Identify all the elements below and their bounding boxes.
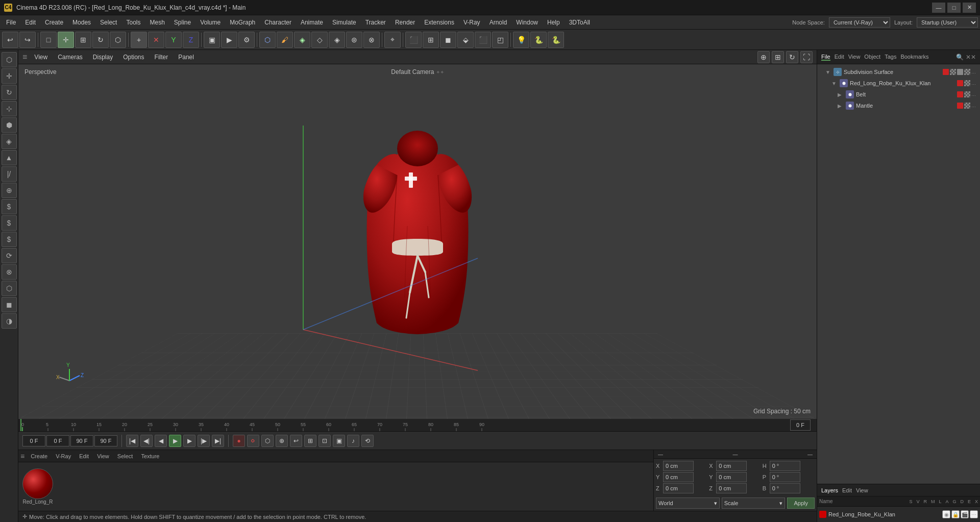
light-button[interactable]: 💡	[513, 32, 529, 48]
timeline-btn[interactable]: ⊡	[318, 435, 331, 447]
coord-mode-dropdown[interactable]: Scale ▾	[722, 498, 786, 509]
material-item[interactable]: Red_Long_R	[22, 468, 53, 505]
sidebar-mode-9[interactable]: ⊕	[2, 183, 17, 198]
viewport-menu-icon[interactable]: ≡	[22, 53, 27, 62]
motion-clip-btn[interactable]: ⊞	[304, 435, 316, 447]
menu-tools[interactable]: Tools	[122, 17, 144, 28]
render-settings-button[interactable]: ⚙	[238, 32, 255, 48]
coord-b-input[interactable]	[770, 483, 800, 493]
tree-item-robe[interactable]: ▼ ⬢ Red_Long_Robe_Ku_Klux_Klan …	[819, 78, 978, 89]
go-to-next-key-button[interactable]: |▶	[198, 435, 210, 447]
menu-tracker[interactable]: Tracker	[361, 17, 390, 28]
move-tool-button[interactable]: ✛	[58, 32, 74, 48]
coord-z-pos-input[interactable]	[663, 483, 694, 493]
render-region-button[interactable]: ▣	[204, 32, 220, 48]
coord-y2-input[interactable]	[716, 472, 747, 482]
sidebar-mode-5[interactable]: ⬢	[2, 117, 17, 133]
sidebar-mode-6[interactable]: ◈	[2, 134, 17, 149]
menu-character[interactable]: Character	[260, 17, 296, 28]
render-active-button[interactable]: ▶	[221, 32, 237, 48]
play-button[interactable]: ▶	[169, 435, 181, 447]
menu-select[interactable]: Select	[96, 17, 121, 28]
vp-menu-display[interactable]: Display	[90, 53, 116, 62]
tree-arrow-1[interactable]: ▼	[825, 69, 831, 75]
coord-y-pos-input[interactable]	[663, 472, 694, 482]
menu-file[interactable]: File	[2, 17, 20, 28]
tab-edit[interactable]: Edit	[835, 54, 844, 61]
sidebar-mode-7[interactable]: ▲	[2, 150, 17, 165]
maximize-button[interactable]: □	[947, 3, 961, 13]
go-to-prev-key-button[interactable]: ◀|	[140, 435, 153, 447]
tab-tags[interactable]: Tags	[885, 54, 896, 61]
menu-window[interactable]: Window	[512, 17, 542, 28]
x-axis-button[interactable]: ✕	[148, 32, 164, 48]
menu-spline[interactable]: Spline	[170, 17, 195, 28]
material-thumbnail[interactable]	[22, 468, 53, 499]
mat-menu-texture[interactable]: Texture	[139, 452, 161, 460]
3d-viewport[interactable]: Perspective Default Camera ✦✦	[18, 64, 817, 419]
tree-arrow-4[interactable]: ▶	[838, 103, 844, 109]
vp-menu-view[interactable]: View	[31, 53, 51, 62]
sidebar-mode-15[interactable]: ⬡	[2, 281, 17, 296]
step-forward-button[interactable]: ▶	[183, 435, 195, 447]
current-frame-input[interactable]	[790, 419, 811, 431]
mat-menu-vray[interactable]: V-Ray	[54, 452, 73, 460]
viewport-mode-6[interactable]: ◰	[492, 32, 508, 48]
deformer-button[interactable]: ⊛	[346, 32, 362, 48]
viewport-mode-1[interactable]: ⬛	[405, 32, 422, 48]
search-icon[interactable]: 🔍	[956, 54, 964, 61]
viewport-ctrl-1[interactable]: ⊕	[757, 51, 770, 63]
object-mode-button[interactable]: □	[40, 32, 57, 48]
menu-edit[interactable]: Edit	[21, 17, 40, 28]
nurbs-button[interactable]: ◈	[329, 32, 345, 48]
menu-simulate[interactable]: Simulate	[328, 17, 360, 28]
viewport-ctrl-3[interactable]: ↻	[786, 51, 798, 63]
cube-button[interactable]: ⬡	[259, 32, 276, 48]
close-button[interactable]: ✕	[963, 3, 976, 13]
menu-extensions[interactable]: Extensions	[420, 17, 458, 28]
motion-button[interactable]: ▣	[333, 435, 345, 447]
end-frame-input[interactable]: 90 F	[70, 435, 93, 446]
tab-file[interactable]: File	[821, 54, 830, 61]
z-axis-button[interactable]: Z	[183, 32, 199, 48]
node-space-dropdown[interactable]: Current (V-Ray)	[829, 17, 890, 28]
loop-button[interactable]: ⟲	[361, 435, 374, 447]
sidebar-mode-4[interactable]: ⊹	[2, 101, 17, 116]
sidebar-mode-3[interactable]: ↻	[2, 85, 17, 100]
titlebar-controls[interactable]: — □ ✕	[932, 3, 976, 13]
coord-p-input[interactable]	[770, 472, 800, 482]
viewport-mode-5[interactable]: ⬛	[475, 32, 491, 48]
sculpt-button[interactable]: ◈	[294, 32, 310, 48]
tree-arrow-2[interactable]: ▼	[831, 81, 838, 86]
viewport-ctrl-4[interactable]: ⛶	[800, 51, 813, 63]
end-frame-2-input[interactable]: 90 F	[94, 435, 117, 446]
layers-edit-tab[interactable]: Edit	[842, 487, 852, 493]
sidebar-mode-16[interactable]: ◼	[2, 297, 17, 312]
mat-menu-view[interactable]: View	[95, 452, 111, 460]
menu-create[interactable]: Create	[41, 17, 67, 28]
sidebar-mode-10[interactable]: $	[2, 199, 17, 214]
menu-3dtoall[interactable]: 3DToAll	[565, 17, 594, 28]
python-button-2[interactable]: 🐍	[548, 32, 564, 48]
scale-tool-button[interactable]: ⊞	[75, 32, 91, 48]
select-all-button[interactable]: +	[131, 32, 147, 48]
y-axis-button[interactable]: Y	[165, 32, 182, 48]
sidebar-mode-2[interactable]: ✛	[2, 68, 17, 84]
key-selected-2[interactable]: ↩	[290, 435, 302, 447]
python-button-1[interactable]: 🐍	[530, 32, 547, 48]
current-frame-main-input[interactable]: 0 F	[46, 435, 69, 446]
mat-menu-create[interactable]: Create	[29, 452, 50, 460]
menu-volume[interactable]: Volume	[196, 17, 225, 28]
sidebar-mode-14[interactable]: ⊗	[2, 264, 17, 280]
layer-render-btn[interactable]: 🎬	[961, 510, 969, 518]
sidebar-mode-12[interactable]: $	[2, 232, 17, 247]
tree-item-mantle[interactable]: ▶ ⬢ Mantle …	[819, 100, 978, 111]
menu-render[interactable]: Render	[391, 17, 419, 28]
layer-row-1[interactable]: Red_Long_Robe_Ku_Klan ◉ 🔒 🎬 ⋯	[819, 509, 978, 520]
spline-button[interactable]: ◇	[311, 32, 328, 48]
menu-help[interactable]: Help	[543, 17, 564, 28]
mat-menu-edit[interactable]: Edit	[77, 452, 91, 460]
layers-tab[interactable]: Layers	[821, 487, 838, 493]
rotate-tool-button[interactable]: ↻	[92, 32, 109, 48]
auto-key-button[interactable]: ⭘	[247, 435, 259, 447]
